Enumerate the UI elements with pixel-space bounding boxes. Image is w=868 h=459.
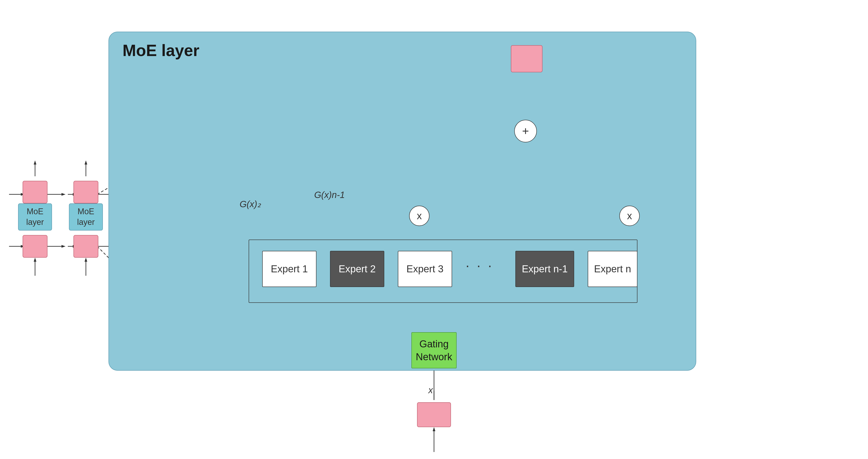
left-top-pink-box-1 [23,181,48,204]
multiply-node-2: x [619,206,640,226]
expert-1-label: Expert 1 [271,263,308,275]
multiply-node-1: x [409,206,430,226]
multiply-symbol-2: x [627,210,632,221]
gating-network-label: Gating Network [416,337,452,363]
expert-2-label: Expert 2 [339,263,376,275]
left-bottom-pink-box-2 [73,235,98,257]
left-moe-box-2: MoE layer [69,204,103,231]
svg-marker-5 [34,160,36,164]
svg-text:x: x [428,385,433,395]
moe-layer-box: MoE layer [108,32,696,371]
input-pink-box [417,402,451,427]
svg-marker-9 [61,245,66,248]
expert-1-box: Expert 1 [262,251,316,287]
left-top-pink-box-2 [73,181,98,204]
expert-3-label: Expert 3 [406,263,443,275]
gxn1-label: G(x)n-1 [314,190,345,200]
expert-2-box: Expert 2 [330,251,384,287]
multiply-symbol-1: x [417,210,422,221]
svg-marker-13 [61,193,66,196]
gating-network-box: Gating Network [411,332,457,368]
gx2-label: G(x)₂ [240,199,261,209]
left-moe-label-1: MoE layer [26,206,44,227]
expert-n1-label: Expert n-1 [522,263,568,275]
svg-marker-15 [85,257,87,262]
experts-dots: · · · [466,257,493,273]
expert-n1-box: Expert n-1 [515,251,574,287]
expert-3-box: Expert 3 [398,251,452,287]
moe-layer-title: MoE layer [123,41,199,60]
expert-n-label: Expert n [594,263,631,275]
left-bottom-pink-box-1 [23,235,48,257]
left-moe-label-2: MoE layer [77,206,95,227]
expert-n-box: Expert n [588,251,638,287]
output-pink-box [511,45,542,72]
plus-node: + [514,120,537,142]
svg-marker-1 [34,257,36,262]
left-moe-box-1: MoE layer [18,204,52,231]
plus-symbol: + [522,124,529,138]
svg-marker-19 [85,160,87,164]
svg-marker-31 [433,427,435,431]
